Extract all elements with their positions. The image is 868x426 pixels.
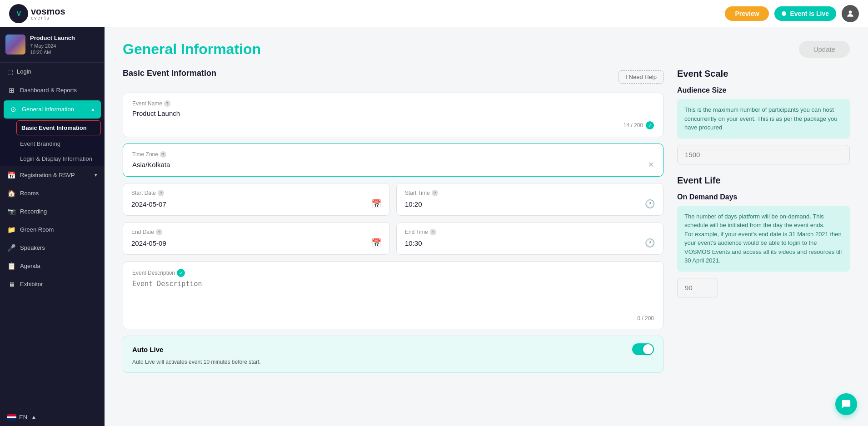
sidebar-item-label-green-room: Green Room	[20, 226, 54, 233]
event-name-card: Event Name ? 14 / 200 ✓	[123, 93, 663, 137]
timezone-clear-icon[interactable]: ✕	[648, 160, 654, 169]
start-date-value: 2024-05-07	[131, 200, 166, 208]
audience-info-box: This is the maximum number of participan…	[677, 99, 850, 139]
event-scale-title: Event Scale	[677, 69, 850, 79]
timezone-row: ✕	[132, 160, 654, 169]
end-time-clock-icon[interactable]: 🕐	[645, 238, 655, 248]
general-info-icon: ⊙	[9, 105, 17, 114]
sidebar-item-general-info[interactable]: ⊙ General Information ▲	[4, 100, 101, 119]
char-count-check-icon: ✓	[646, 121, 654, 129]
sub-item-basic-event[interactable]: Basic Event Infomation	[16, 120, 101, 135]
sidebar-item-label-speakers: Speakers	[20, 244, 45, 251]
two-column-layout: Basic Event Information I Need Help Even…	[123, 69, 850, 373]
logo-area: V vosmos events	[9, 4, 65, 23]
event-name-help-icon[interactable]: ?	[164, 100, 170, 107]
sidebar: Product Launch 7 May 2024 10:20 AM ⬚ Log…	[0, 27, 105, 426]
desc-check-icon: ✓	[177, 269, 185, 277]
sidebar-event-date: 7 May 2024	[30, 43, 99, 49]
event-name-char-count: 14 / 200 ✓	[132, 121, 654, 129]
on-demand-days-input[interactable]	[677, 278, 718, 297]
logo-main-text: vosmos	[31, 7, 65, 16]
auto-live-description: Auto Live will activates event 10 minute…	[132, 359, 654, 365]
start-time-clock-icon[interactable]: 🕐	[645, 199, 655, 209]
timezone-label: Time Zone ?	[132, 151, 654, 158]
sidebar-item-rooms[interactable]: 🏠 Rooms	[0, 184, 105, 203]
end-time-value-row: 10:30 🕐	[405, 238, 655, 248]
event-live-button[interactable]: Event is Live	[774, 6, 836, 21]
end-date-calendar-icon[interactable]: 📅	[371, 238, 381, 248]
audience-size-input[interactable]	[677, 145, 850, 164]
sub-item-event-branding[interactable]: Event Branding	[0, 136, 105, 151]
timezone-help-icon[interactable]: ?	[160, 151, 166, 158]
main-layout: Product Launch 7 May 2024 10:20 AM ⬚ Log…	[0, 27, 868, 426]
sidebar-item-dashboard[interactable]: ⊞ Dashboard & Reports	[0, 81, 105, 99]
sidebar-item-label-recording: Recording	[20, 208, 47, 215]
chevron-down-icon: ▾	[95, 172, 97, 178]
on-demand-title: On Demand Days	[677, 193, 850, 201]
update-button[interactable]: Update	[799, 41, 850, 58]
end-time-label: End Time ?	[405, 229, 655, 235]
start-date-time-row: Start Date ? 2024-05-07 📅 Start Time ?	[123, 183, 663, 216]
sidebar-item-label-rooms: Rooms	[20, 190, 39, 197]
sidebar-event-time: 10:20 AM	[30, 50, 99, 55]
live-dot-icon	[782, 11, 786, 16]
description-textarea[interactable]	[132, 280, 654, 312]
auto-live-toggle[interactable]	[632, 343, 654, 355]
agenda-icon: 📋	[7, 262, 15, 270]
sidebar-item-speakers[interactable]: 🎤 Speakers	[0, 239, 105, 257]
login-icon: ⬚	[7, 68, 13, 75]
start-time-value: 10:20	[405, 200, 422, 208]
event-name-input[interactable]	[132, 109, 654, 117]
timezone-input[interactable]	[132, 161, 648, 168]
flag-icon	[7, 414, 16, 421]
sidebar-item-label-registration: Registration & RSVP	[20, 172, 75, 178]
sub-item-login-display[interactable]: Login & Display Information	[0, 151, 105, 166]
language-selector[interactable]: EN ▲	[0, 408, 105, 426]
sidebar-login-section[interactable]: ⬚ Login	[0, 63, 105, 81]
exhibitor-icon: 🖥	[7, 280, 15, 288]
end-date-label: End Date ?	[131, 229, 381, 235]
preview-button[interactable]: Preview	[725, 6, 769, 21]
sidebar-item-recording[interactable]: 📷 Recording	[0, 203, 105, 221]
end-time-value: 10:30	[405, 239, 422, 247]
sidebar-item-label-agenda: Agenda	[20, 263, 40, 269]
recording-icon: 📷	[7, 208, 15, 216]
audience-size-title: Audience Size	[677, 86, 850, 94]
event-thumbnail	[5, 35, 25, 54]
content-area: General Information Update Basic Event I…	[105, 27, 868, 426]
rooms-icon: 🏠	[7, 189, 15, 198]
sidebar-item-label-exhibitor: Exhibitor	[20, 281, 43, 287]
sidebar-item-exhibitor[interactable]: 🖥 Exhibitor	[0, 275, 105, 293]
sidebar-item-label-dashboard: Dashboard & Reports	[20, 87, 77, 94]
chat-bubble-button[interactable]	[835, 393, 857, 415]
end-date-help-icon[interactable]: ?	[156, 229, 162, 235]
start-time-help-icon[interactable]: ?	[432, 190, 438, 196]
start-time-label: Start Time ?	[405, 190, 655, 196]
user-avatar-button[interactable]	[842, 5, 859, 22]
logo-sub-text: events	[31, 16, 65, 20]
left-column: Basic Event Information I Need Help Even…	[123, 69, 663, 373]
end-date-card: End Date ? 2024-05-09 📅	[123, 222, 390, 255]
start-date-help-icon[interactable]: ?	[158, 190, 164, 196]
header-right: Preview Event is Live	[725, 5, 859, 22]
help-button[interactable]: I Need Help	[619, 70, 663, 84]
chevron-up-icon: ▲	[90, 107, 95, 112]
sidebar-item-green-room[interactable]: 📁 Green Room	[0, 221, 105, 239]
start-time-card: Start Time ? 10:20 🕐	[396, 183, 663, 216]
svg-point-0	[849, 10, 852, 14]
sidebar-event-name: Product Launch	[30, 35, 99, 42]
sidebar-item-registration[interactable]: 📅 Registration & RSVP ▾	[0, 166, 105, 184]
green-room-icon: 📁	[7, 226, 15, 234]
start-date-card: Start Date ? 2024-05-07 📅	[123, 183, 390, 216]
start-date-value-row: 2024-05-07 📅	[131, 199, 381, 209]
top-header: V vosmos events Preview Event is Live	[0, 0, 868, 27]
logo-text: vosmos events	[31, 7, 65, 20]
start-date-calendar-icon[interactable]: 📅	[371, 199, 381, 209]
end-date-value: 2024-05-09	[131, 239, 166, 247]
sidebar-item-agenda[interactable]: 📋 Agenda	[0, 257, 105, 275]
auto-live-row: Auto Live	[132, 343, 654, 355]
end-time-help-icon[interactable]: ?	[430, 229, 436, 235]
sidebar-login-label: Login	[17, 68, 31, 75]
auto-live-label: Auto Live	[132, 346, 163, 353]
language-label: EN	[19, 414, 27, 421]
